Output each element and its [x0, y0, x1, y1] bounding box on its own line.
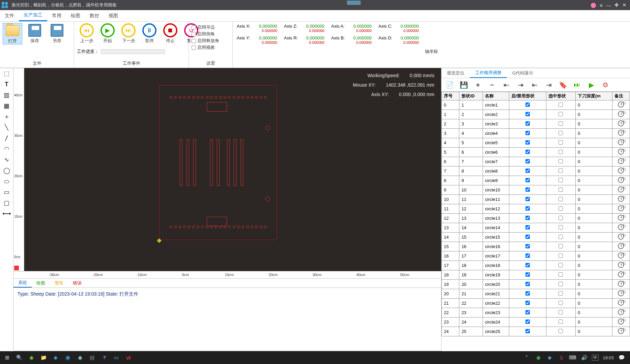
select-checkbox[interactable]	[559, 329, 563, 333]
qrcode-tool-icon[interactable]: ▦	[2, 102, 11, 110]
table-row[interactable]: 01circle10	[442, 100, 630, 110]
note-icon[interactable]	[618, 252, 624, 259]
enable-vision-teach-checkbox[interactable]: 启用视教	[192, 44, 219, 51]
wps-icon[interactable]: W	[125, 354, 132, 361]
enable-checkbox[interactable]	[525, 150, 530, 154]
menu-item-2[interactable]: 常用	[47, 10, 66, 21]
note-icon[interactable]	[618, 243, 624, 249]
select-checkbox[interactable]	[559, 291, 563, 296]
canvas[interactable]: WorkingSpeed:0.000 mm/s Mouse XY:1402.34…	[24, 68, 441, 271]
palette-icon[interactable]: ⬤	[591, 2, 596, 8]
menu-item-0[interactable]: 文件	[0, 10, 19, 21]
select-checkbox[interactable]	[559, 272, 563, 277]
select-checkbox[interactable]	[559, 282, 563, 286]
note-icon[interactable]	[618, 139, 624, 145]
note-icon[interactable]	[618, 271, 624, 277]
select-tool-icon[interactable]: ⬚	[2, 69, 11, 78]
save-button[interactable]: 保存	[25, 23, 45, 44]
table-row[interactable]: 1617circle170	[442, 251, 630, 261]
tab-gcode[interactable]: G代码显示	[507, 68, 539, 78]
add-icon[interactable]: ＋	[473, 80, 483, 90]
tray-notification-icon[interactable]: 💬	[618, 354, 625, 361]
tab-work-order[interactable]: 工作顺序调整	[470, 68, 507, 78]
note-icon[interactable]	[618, 177, 624, 183]
curve-tool-icon[interactable]: ∿	[2, 156, 11, 164]
stop-button[interactable]: ⏹停止	[161, 23, 180, 44]
note-icon[interactable]	[618, 300, 624, 306]
col-header[interactable]: 启/禁用形状	[509, 92, 546, 100]
select-checkbox[interactable]	[559, 253, 563, 258]
indent-down-icon[interactable]: ⇥	[544, 80, 553, 90]
table-row[interactable]: 89circle90	[442, 176, 630, 185]
barcode-tool-icon[interactable]: ▥	[2, 91, 11, 99]
log-tab-system[interactable]: 系统	[13, 279, 32, 287]
settings-icon[interactable]: ⚙	[601, 80, 610, 90]
explorer-icon[interactable]: 📁	[40, 354, 47, 361]
select-checkbox[interactable]	[559, 121, 563, 126]
start-menu-icon[interactable]: ⊞	[3, 354, 11, 361]
table-row[interactable]: 2425circle250	[442, 327, 630, 336]
enable-checkbox[interactable]	[525, 310, 530, 314]
select-checkbox[interactable]	[559, 159, 563, 163]
note-icon[interactable]	[618, 168, 624, 174]
tray-app2-icon[interactable]: ◆	[546, 354, 553, 361]
enable-checkbox[interactable]	[525, 121, 530, 126]
app1-icon[interactable]: ◆	[52, 354, 59, 361]
log-tab-draw[interactable]: 绘图	[32, 279, 50, 287]
enable-checkbox[interactable]	[525, 329, 530, 333]
enable-release-angle-checkbox[interactable]: 启用释放角	[192, 38, 219, 44]
note-icon[interactable]	[618, 111, 624, 117]
table-row[interactable]: 56circle60	[442, 148, 630, 157]
note-icon[interactable]	[618, 234, 624, 240]
select-checkbox[interactable]	[559, 150, 563, 154]
tray-chevron-icon[interactable]: ˄	[523, 354, 531, 361]
note-icon[interactable]	[618, 196, 624, 202]
close-icon[interactable]: ✕	[622, 2, 627, 8]
note-icon[interactable]	[618, 101, 624, 108]
note-icon[interactable]	[618, 158, 624, 164]
note-icon[interactable]	[618, 318, 624, 325]
move-icon[interactable]: ✥	[614, 2, 619, 8]
circle-tool-icon[interactable]: ◯	[2, 166, 11, 175]
ellipse-tool-icon[interactable]: ⬭	[2, 177, 11, 185]
note-icon[interactable]	[618, 149, 624, 155]
remove-icon[interactable]: －	[487, 80, 497, 90]
text-tool-icon[interactable]: T	[2, 80, 11, 88]
table-row[interactable]: 34circle40	[442, 129, 630, 138]
outdent-down-icon[interactable]: ⇤	[530, 80, 539, 90]
polyline-tool-icon[interactable]: 〳	[2, 134, 11, 142]
select-checkbox[interactable]	[559, 310, 563, 314]
open-button[interactable]: 打开	[3, 23, 22, 44]
note-icon[interactable]	[618, 290, 624, 296]
enable-checkbox[interactable]	[525, 197, 530, 201]
tag-icon[interactable]: 🔖	[558, 80, 568, 90]
select-checkbox[interactable]	[559, 140, 563, 145]
select-checkbox[interactable]	[559, 235, 563, 239]
note-icon[interactable]	[618, 215, 624, 221]
col-header[interactable]: 选中形状	[546, 92, 575, 100]
select-checkbox[interactable]	[559, 112, 563, 116]
select-checkbox[interactable]	[559, 197, 563, 201]
table-row[interactable]: 1516circle160	[442, 242, 630, 251]
enable-edge-checkbox[interactable]: 启用寻边	[192, 24, 219, 30]
enable-checkbox[interactable]	[525, 131, 530, 135]
tray-keyboard-icon[interactable]: ⌨	[569, 354, 576, 361]
note-icon[interactable]	[618, 130, 624, 136]
enable-checkbox[interactable]	[525, 112, 530, 116]
table-row[interactable]: 1314circle140	[442, 223, 630, 233]
table-row[interactable]: 1819circle190	[442, 270, 630, 280]
table-row[interactable]: 12circle20	[442, 110, 630, 119]
enable-checkbox[interactable]	[525, 159, 530, 163]
select-checkbox[interactable]	[559, 187, 563, 192]
table-row[interactable]: 23circle30	[442, 119, 630, 129]
current-app-icon[interactable]: ▭	[113, 354, 120, 361]
table-row[interactable]: 1415circle150	[442, 233, 630, 242]
enable-checkbox[interactable]	[525, 169, 530, 173]
note-icon[interactable]	[618, 262, 624, 268]
app4-icon[interactable]: ▤	[88, 354, 96, 361]
enable-checkbox[interactable]	[525, 140, 530, 145]
arc-tool-icon[interactable]: ◠	[2, 145, 11, 153]
table-row[interactable]: 2324circle240	[442, 317, 630, 327]
rounded-rect-tool-icon[interactable]: ▢	[2, 199, 11, 207]
enable-checkbox[interactable]	[525, 225, 530, 230]
